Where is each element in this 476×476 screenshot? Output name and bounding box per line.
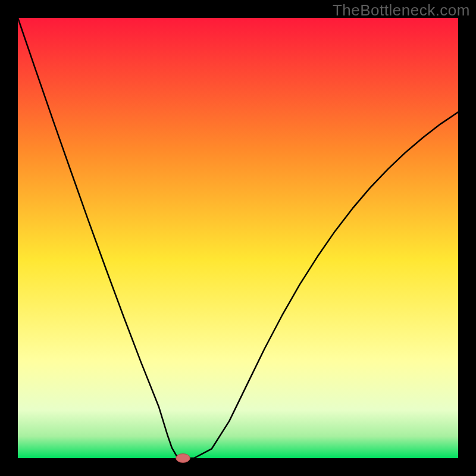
chart-background-gradient	[18, 18, 458, 458]
optimal-point-marker	[176, 454, 190, 463]
chart-plot-area	[0, 0, 476, 476]
bottleneck-chart: TheBottleneck.com	[0, 0, 476, 476]
watermark-label: TheBottleneck.com	[333, 1, 470, 20]
